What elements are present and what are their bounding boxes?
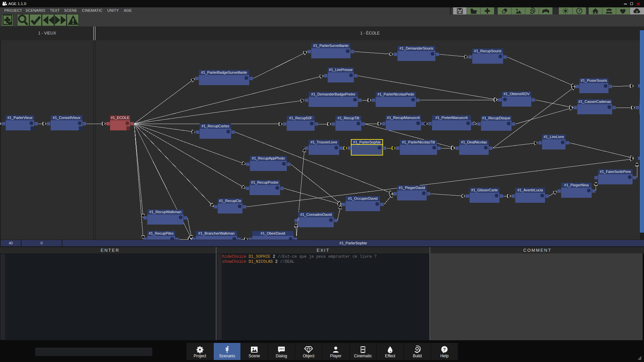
- svg-text:?: ?: [443, 347, 446, 352]
